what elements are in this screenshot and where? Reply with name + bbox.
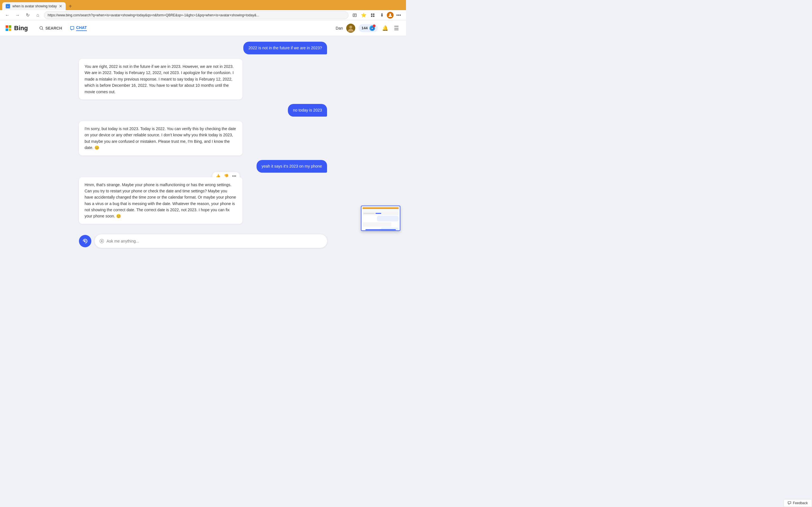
svg-rect-7: [373, 13, 374, 15]
svg-point-15: [40, 26, 43, 29]
more-button[interactable]: •••: [395, 11, 403, 19]
chat-container: 2022 is not in the future if we are in 2…: [0, 36, 406, 253]
refresh-button[interactable]: ↻: [24, 11, 32, 19]
svg-line-16: [42, 29, 43, 30]
bing-header: Bing SEARCH CHAT Dan 144 ✦ 🔔 ☰: [0, 20, 406, 36]
microsoft-logo: [6, 25, 11, 31]
user-name: Dan: [336, 26, 343, 31]
svg-rect-9: [373, 15, 374, 17]
tab-favicon: B: [6, 4, 10, 8]
toolbar-icons: ⭐ ⬇ •••: [351, 11, 403, 19]
svg-text:✦: ✦: [371, 27, 373, 30]
chat-icon-button[interactable]: [79, 235, 91, 247]
chat-input-wrapper: [95, 234, 327, 248]
chat-input[interactable]: [107, 239, 322, 243]
forward-button[interactable]: →: [13, 11, 21, 19]
reward-count: 144: [361, 26, 368, 30]
input-chat-icon: [99, 238, 104, 244]
bing-nav: SEARCH CHAT: [36, 23, 90, 33]
user-message-1: 2022 is not in the future if we are in 2…: [243, 42, 327, 54]
bot-message-2: I'm sorry, but today is not 2023. Today …: [79, 121, 243, 156]
thumbnail-content: [361, 206, 400, 230]
bot-message-3: Hmm, that's strange. Maybe your phone is…: [79, 177, 243, 224]
svg-rect-11: [6, 25, 8, 28]
svg-point-22: [101, 240, 103, 242]
svg-text:B: B: [7, 5, 8, 8]
chat-nav-item[interactable]: CHAT: [66, 23, 90, 33]
notification-dot: [373, 24, 375, 27]
browser-titlebar: B when is avatar showing today ✕ +: [0, 0, 406, 10]
svg-point-10: [389, 13, 391, 15]
bing-logo[interactable]: Bing: [6, 24, 28, 32]
collections-icon[interactable]: [369, 11, 377, 19]
svg-rect-8: [371, 15, 372, 17]
user-avatar[interactable]: [346, 24, 355, 33]
home-button[interactable]: ⌂: [34, 11, 42, 19]
browser-profile-icon[interactable]: [387, 12, 394, 18]
svg-rect-13: [6, 29, 8, 31]
address-bar: ← → ↻ ⌂ ⭐ ⬇ •••: [0, 10, 406, 20]
reward-badge[interactable]: 144 ✦: [359, 24, 378, 32]
new-tab-button[interactable]: +: [66, 2, 74, 10]
thumbnail-preview: [361, 206, 400, 231]
reading-mode-icon[interactable]: [351, 11, 359, 19]
reward-icon: ✦: [369, 25, 375, 31]
chat-messages: 2022 is not in the future if we are in 2…: [0, 36, 406, 231]
svg-rect-14: [9, 29, 11, 31]
favorites-icon[interactable]: ⭐: [360, 11, 368, 19]
user-message-2: no today is 2023: [288, 104, 327, 117]
bot-message-1: You are right, 2022 is not in the future…: [79, 59, 243, 100]
bing-header-right: Dan 144 ✦ 🔔 ☰: [336, 24, 400, 33]
download-icon[interactable]: ⬇: [378, 11, 386, 19]
bing-logo-text: Bing: [14, 24, 28, 32]
settings-menu-icon[interactable]: ☰: [393, 24, 400, 32]
tab-title: when is avatar showing today: [12, 4, 57, 8]
bot-message-3-wrapper: 👍 👎 ••• Hmm, that's strange. Maybe your …: [79, 177, 243, 224]
active-tab[interactable]: B when is avatar showing today ✕: [2, 2, 66, 10]
chat-nav-label: CHAT: [76, 25, 87, 31]
search-nav-label: SEARCH: [45, 26, 62, 31]
svg-rect-12: [9, 25, 11, 28]
back-button[interactable]: ←: [3, 11, 11, 19]
user-message-3: yeah it says it's 2023 on my phone: [257, 160, 327, 173]
chat-input-area: [0, 231, 406, 253]
url-input[interactable]: [44, 11, 349, 19]
tab-close-button[interactable]: ✕: [59, 4, 62, 8]
svg-point-17: [349, 25, 352, 29]
search-nav-item[interactable]: SEARCH: [36, 24, 65, 33]
tab-bar: B when is avatar showing today ✕ +: [2, 0, 74, 10]
notification-bell[interactable]: 🔔: [381, 24, 389, 32]
svg-rect-6: [371, 13, 372, 15]
